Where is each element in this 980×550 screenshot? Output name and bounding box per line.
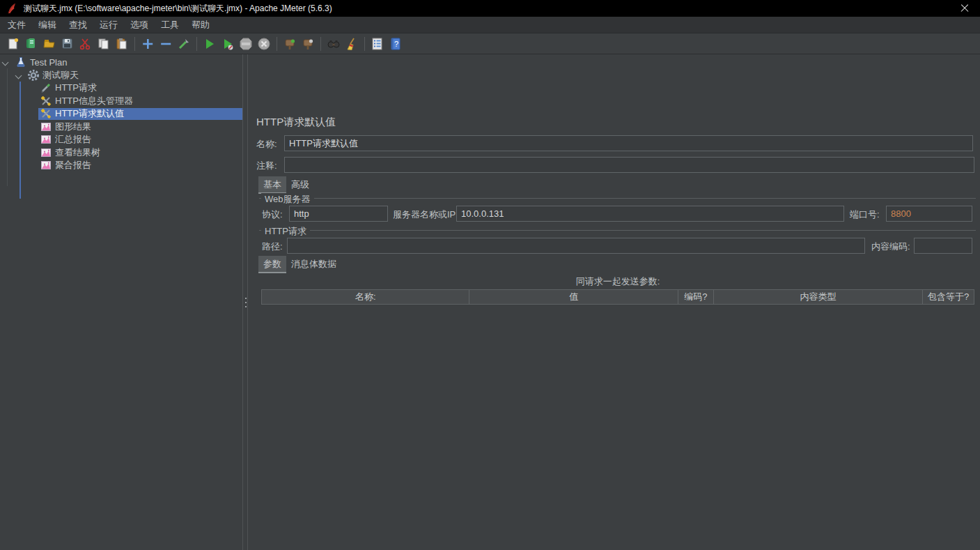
window-controls [886, 0, 980, 17]
column-header-编码?[interactable]: 编码? [678, 290, 714, 304]
web-server-group-label: Web服务器 [261, 193, 314, 206]
window-title: 测试聊天.jmx (E:\software\apache-jmeter\bin\… [24, 3, 332, 15]
server-name-input[interactable] [456, 206, 844, 222]
http-request-defaults-panel: HTTP请求默认值 名称: 注释: 基本高级 Web服务器 协议: 服务器名称或… [248, 54, 980, 550]
path-input[interactable] [287, 238, 865, 254]
comment-label: 注释: [256, 160, 277, 172]
column-header-名称:[interactable]: 名称: [262, 290, 469, 304]
toolbar: ? [0, 33, 980, 54]
tree-item-HTTP信息头管理器[interactable]: HTTP信息头管理器 [0, 95, 242, 108]
content-encoding-label: 内容编码: [871, 240, 910, 253]
parameters-tabs: 参数消息体数据 [258, 256, 341, 273]
tab-参数[interactable]: 参数 [258, 256, 286, 273]
title-bar: 测试聊天.jmx (E:\software\apache-jmeter\bin\… [0, 0, 980, 17]
protocol-input[interactable] [289, 206, 388, 222]
close-button[interactable] [949, 0, 980, 17]
toolbar-separator [134, 37, 135, 51]
tree-item-查看结果树[interactable]: 查看结果树 [0, 146, 242, 160]
tab-高级[interactable]: 高级 [286, 176, 314, 194]
stop-icon[interactable] [238, 36, 254, 52]
basic-advanced-tabs: 基本高级 [258, 176, 314, 194]
request-defaults-icon [40, 108, 52, 119]
splitter-grip-dot [245, 306, 247, 307]
minimize-button[interactable] [886, 0, 917, 17]
web-server-group-border [259, 198, 976, 199]
tree-item-Test Plan[interactable]: Test Plan [0, 56, 242, 69]
tree-item-测试聊天[interactable]: 测试聊天 [0, 69, 242, 82]
tree-item-汇总报告[interactable]: 汇总报告 [0, 133, 242, 146]
menu-item-运行[interactable]: 运行 [93, 17, 124, 33]
tree-item-HTTP请求默认值[interactable]: HTTP请求默认值 [0, 107, 242, 121]
http-request-group-label: HTTP请求 [261, 225, 310, 238]
thread-group-icon [28, 70, 39, 81]
name-label: 名称: [256, 138, 277, 151]
chevron-down-icon[interactable] [2, 59, 9, 66]
remote-start-icon[interactable] [281, 36, 298, 52]
start-no-timers-icon[interactable] [219, 36, 236, 52]
port-input[interactable] [886, 206, 972, 222]
remote-shutdown-icon[interactable] [300, 36, 316, 52]
open-file-icon[interactable] [41, 36, 58, 52]
menu-item-编辑[interactable]: 编辑 [32, 17, 63, 33]
close-icon [960, 4, 969, 13]
help-icon[interactable]: ? [387, 36, 404, 52]
chevron-down-icon[interactable] [15, 72, 22, 79]
splitter-grip-dot [245, 302, 247, 303]
port-label: 端口号: [850, 208, 880, 221]
tree-item-label: 图形结果 [55, 121, 91, 133]
header-manager-icon [40, 96, 52, 107]
cut-icon[interactable] [77, 36, 94, 52]
copy-icon[interactable] [95, 36, 112, 52]
clear-all-icon[interactable] [343, 36, 360, 52]
menu-item-选项[interactable]: 选项 [124, 17, 155, 33]
shutdown-icon[interactable] [256, 36, 272, 52]
expand-all-icon[interactable] [139, 36, 156, 52]
menu-item-工具[interactable]: 工具 [155, 17, 185, 33]
tree-item-图形结果[interactable]: 图形结果 [0, 121, 242, 134]
collapse-all-icon[interactable] [157, 36, 174, 52]
menu-item-查找[interactable]: 查找 [63, 17, 93, 33]
menu-item-文件[interactable]: 文件 [1, 17, 32, 33]
protocol-label: 协议: [262, 208, 283, 221]
server-name-label: 服务器名称或IP: [393, 208, 458, 221]
column-header-内容类型[interactable]: 内容类型 [714, 290, 923, 304]
search-icon[interactable] [325, 36, 342, 52]
tree-item-label: 测试聊天 [42, 69, 79, 82]
new-file-icon[interactable] [5, 36, 22, 52]
paste-icon[interactable] [114, 36, 130, 52]
function-helper-icon[interactable] [369, 36, 386, 52]
tree-item-聚合报告[interactable]: 聚合报告 [0, 159, 242, 172]
aggregate-report-icon [40, 160, 52, 171]
save-icon[interactable] [59, 36, 76, 52]
path-label: 路径: [262, 240, 283, 253]
tree-item-label: Test Plan [30, 57, 67, 68]
tree-item-HTTP请求[interactable]: HTTP请求 [0, 82, 242, 95]
test-plan-tree: Test Plan测试聊天HTTP请求HTTP信息头管理器HTTP请求默认值图形… [0, 54, 242, 550]
toggle-icon[interactable] [176, 36, 192, 52]
jmeter-window: 测试聊天.jmx (E:\software\apache-jmeter\bin\… [0, 0, 980, 550]
pane-splitter[interactable] [242, 54, 248, 550]
toolbar-separator [277, 37, 277, 51]
tab-消息体数据[interactable]: 消息体数据 [286, 256, 341, 273]
tab-基本[interactable]: 基本 [258, 176, 286, 194]
tree-item-label: HTTP信息头管理器 [55, 95, 133, 107]
summary-report-icon [40, 134, 52, 145]
content-encoding-input[interactable] [914, 238, 972, 254]
templates-icon[interactable] [23, 36, 40, 52]
tree-item-label: HTTP请求 [55, 82, 97, 94]
column-header-包含等于?[interactable]: 包含等于? [923, 290, 974, 304]
page-title: HTTP请求默认值 [256, 116, 336, 129]
menu-bar: 文件编辑查找运行选项工具帮助 [0, 17, 980, 33]
http-request-group-border [259, 230, 976, 231]
column-header-值[interactable]: 值 [469, 290, 678, 304]
tree-item-label: 汇总报告 [55, 133, 91, 146]
test-plan-icon [15, 56, 26, 68]
parameters-table-header: 名称:值编码?内容类型包含等于? [261, 289, 974, 305]
params-caption: 同请求一起发送参数: [261, 275, 974, 288]
comment-input[interactable] [284, 157, 974, 173]
http-sampler-icon [40, 82, 52, 93]
name-input[interactable] [284, 135, 973, 151]
start-icon[interactable] [201, 36, 218, 52]
maximize-button[interactable] [917, 0, 949, 17]
menu-item-帮助[interactable]: 帮助 [185, 17, 216, 33]
